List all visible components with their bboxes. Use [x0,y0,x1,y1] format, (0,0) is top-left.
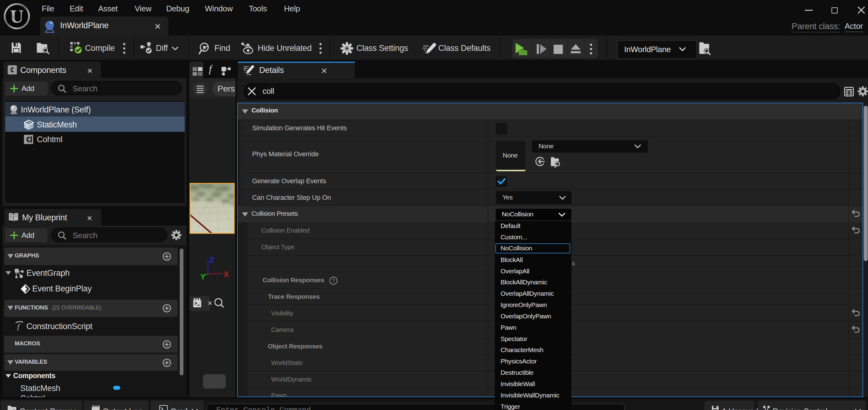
svg-text:U: U [10,6,24,27]
svg-text:X: X [224,270,229,279]
svg-text:Z: Z [209,255,214,265]
svg-text:Y: Y [200,272,206,281]
svg-text:f: f [17,322,21,331]
svg-text:?: ? [332,278,335,284]
